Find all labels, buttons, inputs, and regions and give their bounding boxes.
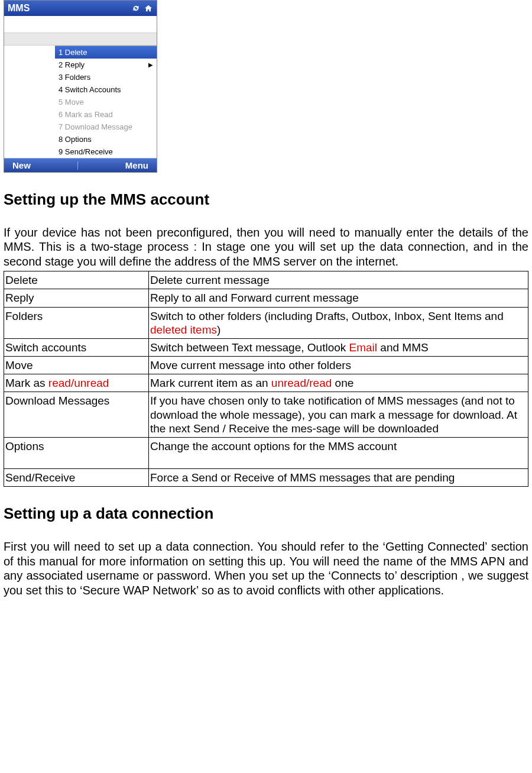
table-row: Send/ReceiveForce a Send or Receive of M…	[4, 469, 528, 487]
table-cell-name: Switch accounts	[4, 338, 149, 356]
phone-status-title: MMS	[8, 3, 30, 14]
highlighted-text: unread/read	[271, 377, 332, 389]
phone-menu-item-label: 3 Folders	[59, 73, 90, 82]
phone-menu-item[interactable]: 2 Reply▶	[55, 59, 157, 71]
phone-status-icons	[131, 4, 153, 12]
table-row: ReplyReply to all and Forward current me…	[4, 289, 528, 307]
table-cell-name: Folders	[4, 307, 149, 338]
phone-menu-item-label: 6 Mark as Read	[59, 110, 113, 119]
phone-menu-item-label: 9 Send/Receive	[59, 147, 113, 156]
menu-description-table: DeleteDelete current messageReplyReply t…	[4, 271, 528, 487]
table-cell-name: Move	[4, 357, 149, 374]
table-cell-description: If you have chosen only to take notifica…	[149, 392, 528, 438]
phone-toolbar	[4, 33, 157, 46]
phone-menu-item[interactable]: 3 Folders	[55, 71, 157, 83]
phone-menu-item[interactable]: 9 Send/Receive	[55, 145, 157, 158]
table-row: Switch accountsSwitch between Text messa…	[4, 338, 528, 356]
phone-menu-item-label: 7 Download Message	[59, 122, 132, 131]
phone-menu-item[interactable]: 7 Download Message	[55, 121, 157, 133]
submenu-arrow-icon: ▶	[148, 62, 153, 68]
table-cell-description: Move current message into other folders	[149, 357, 528, 374]
phone-status-bar: MMS	[4, 1, 157, 16]
phone-menu-item-label: 4 Switch Accounts	[59, 85, 121, 94]
table-row: MoveMove current message into other fold…	[4, 357, 528, 374]
phone-message-body	[4, 16, 157, 33]
home-icon	[144, 4, 153, 12]
table-cell-description: Change the account options for the MMS a…	[149, 437, 528, 468]
table-cell-description: Delete current message	[149, 271, 528, 289]
phone-menu-item[interactable]: 1 Delete	[55, 46, 157, 59]
phone-menu-item-label: 2 Reply	[59, 60, 85, 69]
table-cell-name: Reply	[4, 289, 149, 307]
table-cell-name: Send/Receive	[4, 469, 149, 487]
table-row: Mark as read/unreadMark current item as …	[4, 374, 528, 392]
table-row: FoldersSwitch to other folders (includin…	[4, 307, 528, 338]
phone-menu-item[interactable]: 4 Switch Accounts	[55, 83, 157, 96]
table-row: OptionsChange the account options for th…	[4, 437, 528, 468]
softkey-left[interactable]: New	[12, 160, 31, 170]
section-heading-data-connection: Setting up a data connection	[4, 504, 528, 523]
table-cell-name: Options	[4, 437, 149, 468]
highlighted-text: Email	[349, 341, 378, 354]
phone-context-menu: 1 Delete2 Reply▶3 Folders4 Switch Accoun…	[55, 46, 157, 158]
phone-menu-item[interactable]: 5 Move	[55, 96, 157, 108]
phone-menu-item-label: 5 Move	[59, 98, 84, 106]
table-row: DeleteDelete current message	[4, 271, 528, 289]
softkey-right[interactable]: Menu	[125, 160, 148, 170]
phone-menu-item-label: 8 Options	[59, 135, 92, 144]
phone-menu-item-label: 1 Delete	[59, 48, 87, 57]
table-row: Download MessagesIf you have chosen only…	[4, 392, 528, 438]
sync-icon	[131, 4, 141, 12]
highlighted-text: deleted items	[150, 324, 217, 336]
table-cell-name: Mark as read/unread	[4, 374, 149, 392]
section1-paragraph: If your device has not been preconfigure…	[4, 225, 528, 269]
table-cell-name: Delete	[4, 271, 149, 289]
highlighted-text: read/unread	[48, 377, 109, 389]
section2-paragraph: First you will need to set up a data con…	[4, 539, 528, 597]
table-cell-description: Reply to all and Forward current message	[149, 289, 528, 307]
phone-softkey-bar: New Menu	[4, 158, 157, 172]
phone-menu-item[interactable]: 6 Mark as Read	[55, 108, 157, 121]
table-cell-description: Mark current item as an unread/read one	[149, 374, 528, 392]
table-cell-description: Switch to other folders (including Draft…	[149, 307, 528, 338]
phone-menu-item[interactable]: 8 Options	[55, 133, 157, 145]
table-cell-description: Switch between Text message, Outlook Ema…	[149, 338, 528, 356]
phone-screenshot: MMS 1 Delete2 Reply▶3 Folders4 Switch Ac…	[4, 0, 157, 173]
table-cell-description: Force a Send or Receive of MMS messages …	[149, 469, 528, 487]
table-body: DeleteDelete current messageReplyReply t…	[4, 271, 528, 487]
softkey-separator	[77, 161, 78, 170]
section-heading-mms-account: Setting up the MMS account	[4, 190, 528, 209]
table-cell-name: Download Messages	[4, 392, 149, 438]
